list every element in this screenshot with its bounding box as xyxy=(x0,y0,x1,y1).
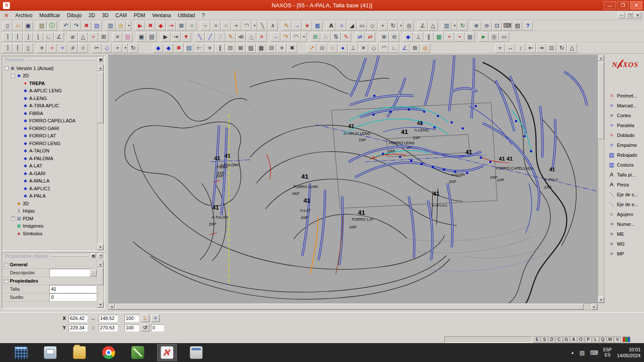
copy[interactable]: ▣ xyxy=(137,32,146,42)
mode-flag[interactable]: M xyxy=(607,336,614,343)
info[interactable]: ⓘ xyxy=(47,21,57,30)
parallel[interactable]: ∥ xyxy=(424,32,434,42)
target[interactable]: ◎ xyxy=(404,21,414,30)
cross[interactable]: + xyxy=(378,21,388,30)
undo[interactable]: ↶ xyxy=(61,21,71,30)
tool-empalme[interactable]: ≈ Empalme xyxy=(607,140,643,150)
piece-label[interactable]: 41 xyxy=(348,123,354,129)
center-point[interactable]: + xyxy=(231,21,241,30)
swap-h-red[interactable]: ⇄ xyxy=(365,32,375,42)
tree-item[interactable]: A-PALOMA xyxy=(3,155,97,162)
line-a[interactable]: ╲ xyxy=(195,32,205,42)
trim-sw[interactable]: ⌊ xyxy=(33,32,43,42)
diamond[interactable]: ◇ xyxy=(368,21,377,30)
rotate-icon[interactable]: ↺ xyxy=(141,324,149,332)
zoom-window[interactable]: ⊡ xyxy=(492,21,502,30)
property-row[interactable]: Talla 41 xyxy=(3,285,97,293)
rows[interactable]: ≡ xyxy=(205,43,215,53)
properties-scrollbar[interactable]: ▲ ▼ xyxy=(97,261,104,308)
hatch-pink[interactable]: ▨ xyxy=(123,32,133,42)
block-red[interactable]: ▪ xyxy=(444,32,454,42)
add-point[interactable]: + xyxy=(88,32,98,42)
property-row[interactable]: Suelto 0 xyxy=(3,293,97,301)
tree-item[interactable]: A-TIRA APLIC xyxy=(3,102,97,110)
new-file[interactable]: ▯ xyxy=(3,21,12,30)
property-row[interactable]: Propiedades xyxy=(3,277,97,285)
scrollbar-thumb[interactable] xyxy=(97,72,103,123)
piece-label[interactable]: A-APLIC LENG xyxy=(344,131,371,136)
polar[interactable]: ∠ xyxy=(400,43,410,53)
snap-nearest[interactable]: ◇ xyxy=(369,43,379,53)
rotation-field[interactable]: 0 xyxy=(151,324,164,332)
panel-pin-icon[interactable]: ▣ xyxy=(91,253,96,258)
keyboard[interactable]: ⌨ xyxy=(502,21,512,30)
tree-item[interactable]: A-PALA xyxy=(3,192,97,200)
rect[interactable]: ▭ xyxy=(357,21,367,30)
trim-nw[interactable]: ⌈ xyxy=(13,32,23,42)
tree-item[interactable]: FORRO LAT xyxy=(3,132,97,140)
piece-label[interactable]: 4XP xyxy=(349,225,356,229)
menu-item[interactable]: Ventana xyxy=(149,12,174,19)
ruler-marks[interactable]: ≡ xyxy=(37,43,47,53)
swap-v[interactable]: ⇅ xyxy=(331,32,341,42)
tool-pieza[interactable]: A Pieza xyxy=(607,179,643,189)
polyline[interactable]: ∧ xyxy=(268,21,278,30)
scroll-up-icon[interactable]: ▲ xyxy=(598,55,604,61)
piece-label[interactable]: FORRO CAPELLADA xyxy=(496,166,534,170)
y-coordinate-field[interactable]: 229.34 xyxy=(69,324,88,332)
columns[interactable]: ∥ xyxy=(215,43,225,53)
panel-close-icon[interactable]: ✕ xyxy=(98,253,103,258)
book[interactable]: ▤ xyxy=(184,43,194,53)
snap-center[interactable]: ○ xyxy=(328,43,337,53)
piece-label[interactable]: 2XP xyxy=(544,185,551,189)
piece-label[interactable]: FORRO GARI xyxy=(293,185,318,189)
tool-eje-simetria[interactable]: ⋱ Eje de s... xyxy=(607,189,643,199)
cad-app-icon[interactable] xyxy=(128,344,148,361)
paste[interactable]: ▤ xyxy=(147,32,157,42)
go-green[interactable]: ► xyxy=(479,32,489,42)
tree-item[interactable]: 2D xyxy=(3,72,97,80)
zoom-out[interactable]: ⊖ xyxy=(482,21,492,30)
tree-item[interactable]: A-APLIC LENG xyxy=(3,87,97,95)
wave[interactable]: ≈ xyxy=(337,21,346,30)
restore-button[interactable]: ❐ xyxy=(617,1,629,9)
measure-tool[interactable]: ≈ xyxy=(187,21,197,30)
plus-tool[interactable]: + xyxy=(112,43,122,53)
arc-2-dd[interactable]: ▾ xyxy=(301,32,307,42)
table-green[interactable]: ▦ xyxy=(434,32,444,42)
ellipsis-button[interactable]: ... xyxy=(90,270,97,276)
tray-tablet-icon[interactable]: ▤ xyxy=(580,350,585,356)
piece-label[interactable]: 41 xyxy=(358,209,365,216)
view-layers[interactable]: ▥ xyxy=(442,21,452,30)
view-layers-dd[interactable]: ▾ xyxy=(452,21,457,30)
piece-label[interactable]: 4XP xyxy=(301,216,308,220)
marker[interactable]: ▼ xyxy=(181,32,191,42)
diamond-small[interactable]: ◇ xyxy=(102,43,112,53)
scroll-down-icon[interactable]: ▼ xyxy=(97,301,103,307)
tool-numeracion[interactable]: ≈ Numer... xyxy=(607,219,643,229)
collapse-icon[interactable] xyxy=(4,263,8,267)
piece-label[interactable]: A-LAT xyxy=(300,208,311,213)
trim-se[interactable]: ⌋ xyxy=(23,32,33,42)
menu-item[interactable]: Archivo xyxy=(12,12,36,19)
snap-tangent[interactable]: ◠ xyxy=(379,43,389,53)
clock[interactable]: 10:01 14/05/2024 xyxy=(617,347,641,359)
snap-endpoint[interactable]: ↗ xyxy=(307,43,317,53)
tree-item[interactable]: A-GARI xyxy=(3,170,97,177)
block-red-2[interactable]: ▪ xyxy=(455,32,465,42)
tree-item[interactable]: Versión 1 (Actual) xyxy=(3,64,97,72)
cells-2[interactable]: ▦ xyxy=(256,43,266,53)
zoom-y-field[interactable]: 100 xyxy=(125,324,139,332)
canvas-vertical-scrollbar[interactable]: ▲ ▼ xyxy=(598,55,605,303)
pen-color[interactable]: ◎ xyxy=(116,21,126,30)
spline[interactable]: ~ xyxy=(200,21,210,30)
rotate[interactable]: ↻ xyxy=(388,21,398,30)
menu-item[interactable]: Dibujo xyxy=(64,12,85,19)
zoom-plus[interactable]: ⊕ xyxy=(379,32,389,42)
hatch-2[interactable]: ▨ xyxy=(246,43,256,53)
refresh[interactable]: ↻ xyxy=(458,21,468,30)
pan[interactable]: + xyxy=(495,43,505,53)
menu-item[interactable]: 2D xyxy=(85,12,98,19)
tree-item[interactable]: Imágenes xyxy=(3,222,97,230)
ortho[interactable]: ∟ xyxy=(389,43,399,53)
